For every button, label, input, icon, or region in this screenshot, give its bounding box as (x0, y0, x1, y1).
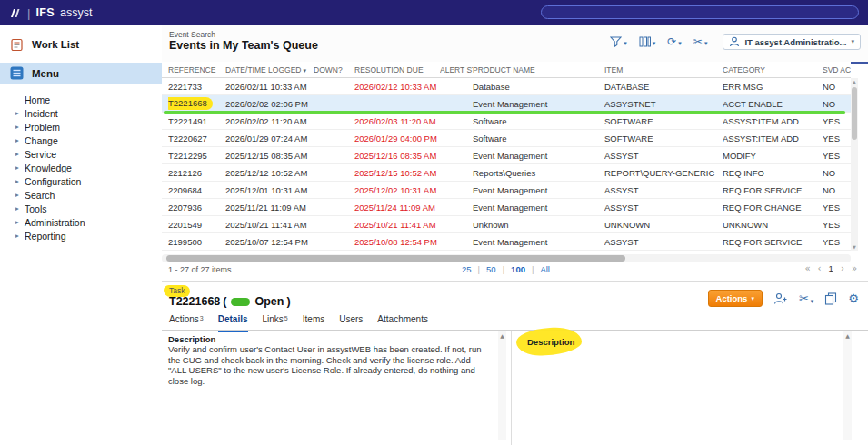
panel-splitter[interactable] (511, 331, 512, 445)
table-row[interactable]: 22015492025/10/21 11:41 AM2025/10/21 11:… (162, 216, 851, 233)
columns-button[interactable]: ▾ (639, 36, 656, 47)
scroll-up-icon: ▲ (498, 331, 506, 340)
sidebar-item-change[interactable]: ▸Change (0, 134, 162, 147)
sidebar-item-menu[interactable]: Menu (0, 63, 162, 84)
sidebar-item-problem[interactable]: ▸Problem (0, 120, 162, 134)
cell-due: 2025/10/21 11:41 AM (354, 220, 440, 230)
scrollbar-thumb[interactable] (166, 255, 625, 262)
table-row[interactable]: 22096842025/12/01 10:31 AM2025/12/02 10:… (162, 182, 851, 199)
column-header[interactable]: ITEM (604, 65, 723, 74)
tab-links[interactable]: Links5 (263, 314, 288, 331)
column-header[interactable]: ALERT STAT... (440, 65, 473, 74)
sidebar-item-service[interactable]: ▸Service (0, 147, 162, 161)
column-header[interactable]: REFERENCE (168, 65, 225, 74)
separator: | (478, 264, 480, 274)
cell-svd: YES (823, 220, 851, 230)
cell-product: Software (473, 134, 604, 143)
task-title: T2221668 ( Open ) (169, 295, 291, 308)
add-user-icon[interactable] (773, 292, 788, 305)
tab-items[interactable]: Items (303, 314, 324, 331)
table-row[interactable]: 22217332026/02/11 10:33 AM2026/02/12 10:… (162, 78, 851, 95)
description-text: Verify and confirm user's Contact User i… (168, 344, 488, 386)
cell-product: Event Management (473, 237, 604, 247)
cell-category: UNKNOWN (723, 220, 823, 230)
settings-gear-icon[interactable]: ⚙ (848, 292, 859, 305)
tab-actions[interactable]: Actions3 (169, 314, 204, 331)
sidebar-item-configuration[interactable]: ▸Configuration (0, 174, 162, 188)
sidebar-item-administration[interactable]: ▸Administration (0, 215, 162, 229)
description-label: Description (520, 331, 574, 347)
cell-logged: 2025/12/12 10:52 AM (225, 168, 314, 178)
cell-category: REQ FOR CHANGE (723, 203, 823, 213)
tab-users[interactable]: Users (339, 314, 363, 331)
cell-logged: 2026/02/02 11:20 AM (225, 116, 314, 126)
cell-product: Database (473, 82, 604, 92)
user-menu-dropdown[interactable]: IT assyst Administratio... ▾ (723, 34, 861, 50)
tab-details[interactable]: Details (218, 314, 248, 332)
sidebar-item-home[interactable]: Home (0, 93, 162, 106)
cell-category: MODIFY (723, 151, 823, 161)
tools-button[interactable]: ✂ ▾ (693, 36, 708, 47)
sidebar-item-label: Administration (25, 217, 85, 228)
page-size-50[interactable]: 50 (486, 264, 496, 274)
prev-page-button[interactable]: ‹ (818, 263, 822, 273)
panel-scrollbar[interactable]: ▲ (843, 331, 852, 440)
sidebar-item-reporting[interactable]: ▸Reporting (0, 229, 162, 242)
scrollbar-thumb[interactable] (852, 87, 857, 140)
description-field: Description (520, 331, 574, 349)
cell-due: 2025/11/24 11:09 AM (354, 203, 440, 213)
copy-icon[interactable] (824, 292, 837, 305)
cell-item: DATABASE (604, 82, 723, 92)
page-size-25[interactable]: 25 (462, 264, 472, 274)
chevron-right-icon: ▸ (15, 191, 25, 199)
cell-category: REQ INFO (723, 168, 823, 178)
table-row[interactable]: T22214912026/02/02 11:20 AM2026/02/03 11… (162, 113, 851, 130)
cell-product: Event Management (473, 151, 604, 161)
table-row[interactable]: T22216682026/02/02 02:06 PMEvent Managem… (162, 95, 851, 113)
cell-due: 2025/12/16 08:35 AM (354, 151, 440, 161)
table-row[interactable]: T22206272026/01/29 07:24 AM2026/01/29 04… (162, 130, 851, 147)
page-size-100[interactable]: 100 (511, 264, 525, 274)
sidebar-item-knowledge[interactable]: ▸Knowledge (0, 161, 162, 174)
table-row[interactable]: T22122952025/12/15 08:35 AM2025/12/16 08… (162, 147, 851, 164)
refresh-button[interactable]: ⟳ ▾ (667, 36, 682, 47)
table-horizontal-scrollbar[interactable] (162, 254, 851, 262)
next-page-button[interactable]: › (841, 263, 844, 273)
chevron-right-icon: ▸ (15, 150, 25, 158)
sidebar-item-work-list[interactable]: Work List (0, 35, 162, 54)
tools-button-task[interactable]: ✂ ▾ (799, 292, 813, 305)
first-page-button[interactable]: « (804, 263, 810, 273)
cell-logged: 2025/12/15 08:35 AM (225, 151, 314, 161)
sidebar-item-label: Problem (25, 122, 60, 133)
tab-label: Items (303, 314, 324, 324)
cell-reference: 2201549 (168, 220, 225, 230)
column-header[interactable]: PRODUCT NAME (473, 65, 604, 74)
cell-product: Event Management (473, 99, 604, 109)
global-search-input[interactable] (541, 5, 859, 19)
actions-button[interactable]: Actions ▾ (708, 290, 763, 307)
filter-button[interactable]: ▾ (610, 36, 627, 47)
table-vertical-scrollbar[interactable]: ▲ ▼ (851, 78, 858, 251)
cell-logged: 2026/02/11 10:33 AM (225, 82, 314, 92)
sidebar: Work List Menu Home▸Incident▸Problem▸Cha… (0, 25, 163, 445)
column-header[interactable]: SVD ACK... (823, 65, 851, 74)
page-size-all[interactable]: All (540, 264, 550, 274)
column-header[interactable]: CATEGORY (723, 65, 823, 74)
sidebar-item-search[interactable]: ▸Search (0, 188, 162, 202)
cell-svd: YES (823, 151, 851, 161)
table-row[interactable]: 22079362025/11/21 11:09 AM2025/11/24 11:… (162, 199, 851, 216)
column-header[interactable]: RESOLUTION DUE (354, 65, 440, 74)
panel-scrollbar[interactable]: ▲ (498, 331, 506, 440)
cell-due: 2025/10/08 12:54 PM (354, 237, 440, 247)
column-header[interactable]: DOWN? (314, 65, 354, 74)
table-row[interactable]: 21995002025/10/07 12:54 PM2025/10/08 12:… (162, 233, 851, 251)
chevron-down-icon: ▾ (653, 40, 656, 47)
separator: | (503, 264, 504, 274)
sidebar-item-tools[interactable]: ▸Tools (0, 202, 162, 215)
tab-attachments[interactable]: Attachments (377, 314, 428, 331)
column-header[interactable]: DATE/TIME LOGGED▾ (225, 65, 314, 74)
table-row[interactable]: 22121262025/12/12 10:52 AM2025/12/15 10:… (162, 164, 851, 182)
last-page-button[interactable]: » (852, 263, 857, 273)
sidebar-item-incident[interactable]: ▸Incident (0, 106, 162, 120)
work-list-icon (10, 38, 24, 52)
